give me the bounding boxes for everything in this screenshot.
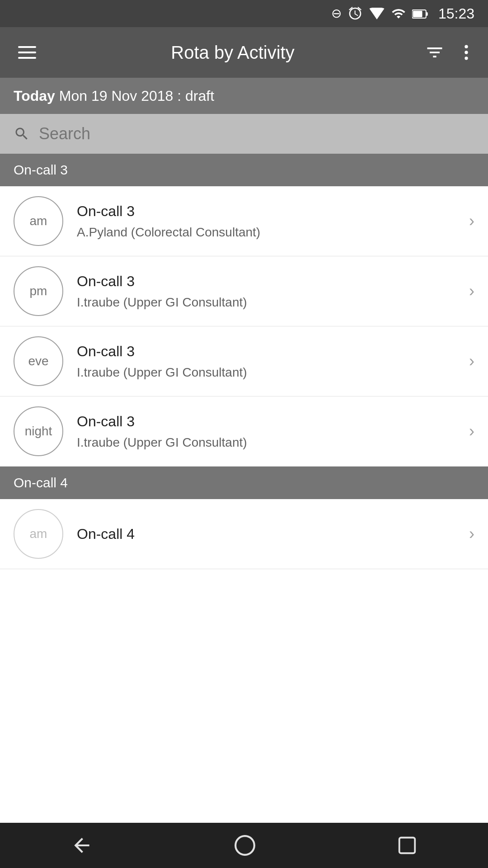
alarm-icon (348, 6, 362, 21)
avatar-label: night (25, 424, 52, 439)
section-header-oncall3: On-call 3 (0, 154, 488, 186)
svg-point-4 (465, 51, 468, 54)
list-item[interactable]: eve On-call 3 I.traube (Upper GI Consult… (0, 326, 488, 396)
list-item-content: On-call 3 I.traube (Upper GI Consultant) (77, 343, 465, 380)
hamburger-line-3 (18, 57, 36, 59)
list-item-content: On-call 3 I.traube (Upper GI Consultant) (77, 413, 465, 450)
svg-point-5 (465, 57, 468, 60)
chevron-right-icon: › (469, 422, 474, 441)
battery-icon (412, 7, 428, 20)
avatar-label: am (30, 214, 47, 228)
svg-point-6 (235, 836, 254, 855)
app-bar: Rota by Activity (0, 27, 488, 78)
list-item-title: On-call 3 (77, 343, 465, 360)
bottom-navigation (0, 823, 488, 868)
svg-point-3 (465, 45, 468, 48)
list-item[interactable]: pm On-call 3 I.traube (Upper GI Consulta… (0, 256, 488, 326)
list-item-subtitle: I.traube (Upper GI Consultant) (77, 435, 465, 450)
avatar: pm (14, 266, 63, 316)
recents-button[interactable] (397, 835, 418, 856)
list-item-subtitle: I.traube (Upper GI Consultant) (77, 365, 465, 380)
avatar: am (14, 196, 63, 246)
list-item-title: On-call 3 (77, 203, 465, 220)
list-item-subtitle: I.traube (Upper GI Consultant) (77, 295, 465, 310)
today-date: Mon 19 Nov 2018 : draft (59, 88, 214, 104)
list-item-title: On-call 4 (77, 526, 465, 542)
avatar: eve (14, 336, 63, 386)
hamburger-line-2 (18, 52, 36, 53)
app-title: Rota by Activity (41, 42, 425, 63)
list-item-title: On-call 3 (77, 273, 465, 290)
filter-button[interactable] (425, 42, 445, 62)
list-item[interactable]: am On-call 4 › (0, 499, 488, 569)
search-bar (0, 114, 488, 154)
search-input[interactable] (39, 124, 474, 143)
list-item[interactable]: am On-call 3 A.Pyland (Colorectal Consul… (0, 186, 488, 256)
section-header-oncall3-label: On-call 3 (14, 162, 68, 178)
home-button[interactable] (234, 834, 256, 857)
list-item-subtitle: A.Pyland (Colorectal Consultant) (77, 225, 465, 240)
signal-icon (391, 6, 406, 21)
svg-rect-1 (426, 12, 428, 16)
do-not-disturb-icon: ⊖ (331, 7, 342, 20)
hamburger-line-1 (18, 46, 36, 48)
svg-rect-2 (413, 11, 422, 17)
chevron-right-icon: › (469, 212, 474, 231)
section-header-oncall4: On-call 4 (0, 467, 488, 499)
today-label: Today (14, 88, 55, 104)
back-button[interactable] (70, 834, 93, 857)
avatar-label: eve (28, 354, 48, 368)
search-icon (14, 126, 30, 142)
status-time: 15:23 (438, 5, 474, 22)
list-item-content: On-call 3 A.Pyland (Colorectal Consultan… (77, 203, 465, 240)
avatar-label: am (30, 527, 47, 541)
section-header-oncall4-label: On-call 4 (14, 475, 68, 491)
chevron-right-icon: › (469, 282, 474, 301)
today-bar-text: Today Mon 19 Nov 2018 : draft (14, 88, 214, 104)
menu-button[interactable] (14, 42, 41, 63)
chevron-right-icon: › (469, 352, 474, 371)
list-item-content: On-call 3 I.traube (Upper GI Consultant) (77, 273, 465, 310)
list-item-title: On-call 3 (77, 413, 465, 430)
list-item-content: On-call 4 (77, 526, 465, 542)
list-item[interactable]: night On-call 3 I.traube (Upper GI Consu… (0, 396, 488, 467)
today-bar: Today Mon 19 Nov 2018 : draft (0, 78, 488, 114)
chevron-right-icon: › (469, 524, 474, 543)
avatar: night (14, 406, 63, 456)
avatar: am (14, 509, 63, 559)
status-bar: ⊖ 15:23 (0, 0, 488, 27)
app-bar-actions (425, 42, 474, 62)
status-icons: ⊖ 15:23 (331, 5, 474, 22)
avatar-label: pm (30, 284, 47, 298)
more-options-button[interactable] (458, 42, 474, 62)
svg-rect-7 (399, 838, 415, 854)
wifi-icon (369, 7, 385, 20)
